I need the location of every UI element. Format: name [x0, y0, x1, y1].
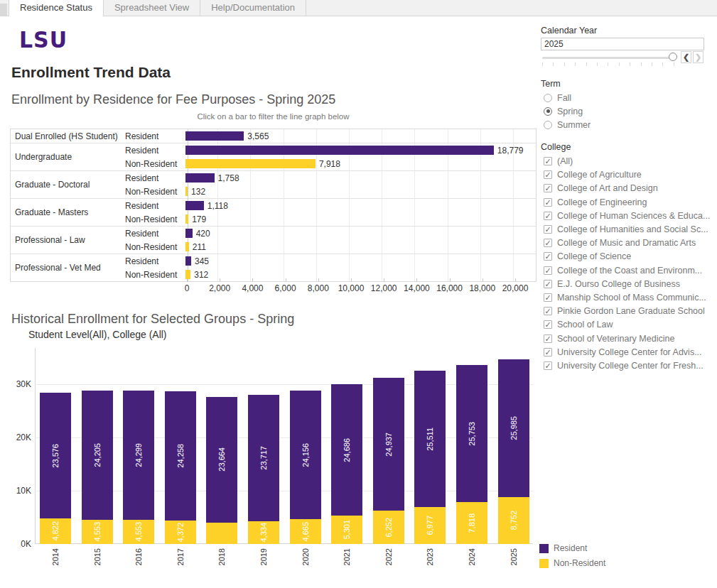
- bar-graduate-masters-non-resident[interactable]: [185, 214, 188, 224]
- checkbox-icon[interactable]: ✓: [544, 280, 552, 288]
- slider-next-button[interactable]: ❯: [693, 51, 703, 63]
- radio-icon[interactable]: [544, 107, 552, 116]
- bar-graduate-doctoral-resident[interactable]: [185, 173, 215, 183]
- bar-segment-non-resident-2018[interactable]: [206, 523, 237, 544]
- bar-segment-non-resident-2019[interactable]: 4,334: [248, 521, 279, 545]
- checkbox-icon[interactable]: ✓: [544, 184, 552, 192]
- bar-undergraduate-resident[interactable]: [185, 146, 494, 155]
- checkbox-icon[interactable]: ✓: [544, 157, 552, 165]
- slider-handle[interactable]: [669, 53, 677, 61]
- college-option-college-of-music-and-dramatic-arts[interactable]: ✓College of Music and Dramatic Arts: [544, 236, 696, 250]
- category-label: Professional - Vet Med: [11, 254, 124, 281]
- bar-value-label: 211: [193, 242, 206, 252]
- slider-track[interactable]: [542, 57, 674, 59]
- historical-chart-title: Historical Enrollment for Selected Group…: [11, 312, 294, 327]
- college-option-university-college-center-for-advis[interactable]: ✓University College Center for Advis...: [544, 345, 702, 359]
- term-option-summer[interactable]: Summer: [544, 118, 591, 131]
- bar-value-label: 420: [196, 229, 210, 239]
- bar-segment-resident-2015[interactable]: 24,205: [82, 391, 113, 520]
- checkbox-icon[interactable]: ✓: [544, 361, 552, 370]
- college-option-college-of-humanities-and-social-sc[interactable]: ✓College of Humanities and Social Sc...: [544, 223, 708, 236]
- bar-segment-resident-2024[interactable]: 25,753: [456, 365, 487, 502]
- checkbox-icon[interactable]: ✓: [544, 252, 552, 261]
- college-option-college-of-science[interactable]: ✓College of Science: [544, 250, 631, 263]
- college-option-manship-school-of-mass-communic[interactable]: ✓Manship School of Mass Communic...: [544, 291, 706, 305]
- bar-segment-non-resident-2022[interactable]: 6,252: [373, 511, 404, 544]
- level-label: Non-Resident: [124, 242, 185, 252]
- bar-segment-non-resident-2016[interactable]: 4,553: [123, 520, 154, 544]
- college-option-all[interactable]: ✓(All): [544, 155, 573, 168]
- college-option-label: College of Engineering: [557, 197, 647, 207]
- term-option-label: Spring: [557, 107, 583, 116]
- bar-segment-non-resident-2020[interactable]: 4,665: [290, 519, 321, 544]
- checkbox-icon[interactable]: ✓: [544, 348, 552, 356]
- checkbox-icon[interactable]: ✓: [544, 225, 552, 234]
- bar-segment-resident-2017[interactable]: 24,258: [165, 391, 196, 521]
- bar-professional-law-resident[interactable]: [185, 229, 193, 238]
- segment-value-label: 24,205: [93, 443, 102, 467]
- bar-segment-resident-2021[interactable]: 24,686: [331, 384, 362, 516]
- bar-undergraduate-non-resident[interactable]: [185, 159, 316, 168]
- calendar-year-input[interactable]: [541, 38, 704, 50]
- college-option-college-of-agriculture[interactable]: ✓College of Agriculture: [544, 168, 642, 182]
- college-option-school-of-veterinary-medicine[interactable]: ✓School of Veterinary Medicine: [544, 332, 674, 345]
- checkbox-icon[interactable]: ✓: [544, 307, 552, 315]
- college-option-college-of-the-coast-and-environm[interactable]: ✓College of the Coast and Environm...: [544, 263, 702, 277]
- bar-segment-non-resident-2023[interactable]: 6,977: [414, 507, 446, 544]
- bar-professional-vet-med-resident[interactable]: [185, 256, 191, 266]
- x-axis-tick-label: 20,000: [494, 283, 537, 293]
- college-option-college-of-human-sciences-educa[interactable]: ✓College of Human Sciences & Educa...: [544, 209, 710, 222]
- checkbox-icon[interactable]: ✓: [544, 266, 552, 275]
- bar-segment-resident-2020[interactable]: 24,156: [290, 391, 321, 519]
- y-axis-tick-label: 20K: [1, 432, 31, 442]
- radio-icon[interactable]: [544, 94, 552, 102]
- bar-graduate-doctoral-non-resident[interactable]: [185, 187, 188, 196]
- college-option-pinkie-gordon-lane-graduate-school[interactable]: ✓Pinkie Gordon Lane Graduate School: [544, 305, 705, 318]
- bar-dual-enrolled-hs-student-resident[interactable]: [185, 131, 244, 141]
- slider-prev-button[interactable]: ❮: [681, 51, 691, 63]
- checkbox-icon[interactable]: ✓: [544, 212, 552, 220]
- term-option-spring[interactable]: Spring: [544, 104, 583, 118]
- tab-residence-status[interactable]: Residence Status: [9, 0, 104, 16]
- college-option-college-of-engineering[interactable]: ✓College of Engineering: [544, 195, 647, 209]
- chart-row-group: UndergraduateResident18,779Non-Resident7…: [11, 143, 536, 170]
- bar-segment-resident-2023[interactable]: 25,511: [414, 371, 446, 506]
- checkbox-icon[interactable]: ✓: [544, 320, 552, 329]
- bar-track: 1,758: [185, 171, 536, 185]
- college-option-school-of-law[interactable]: ✓School of Law: [544, 318, 613, 332]
- checkbox-icon[interactable]: ✓: [544, 239, 552, 247]
- bar-segment-non-resident-2025[interactable]: 8,752: [498, 497, 529, 544]
- tab-help-documentation[interactable]: Help/Documentation: [200, 0, 306, 16]
- college-option-e-j-ourso-college-of-business[interactable]: ✓E.J. Ourso College of Business: [544, 277, 680, 290]
- bar-segment-resident-2019[interactable]: 23,717: [248, 395, 279, 521]
- college-option-college-of-art-and-design[interactable]: ✓College of Art and Design: [544, 182, 658, 195]
- bar-segment-non-resident-2024[interactable]: 7,818: [456, 502, 487, 544]
- checkbox-icon[interactable]: ✓: [544, 170, 552, 179]
- term-option-fall[interactable]: Fall: [544, 91, 571, 104]
- checkbox-icon[interactable]: ✓: [544, 334, 552, 343]
- bar-segment-non-resident-2021[interactable]: 5,301: [331, 516, 362, 544]
- radio-icon[interactable]: [544, 121, 552, 129]
- bar-segment-non-resident-2017[interactable]: 4,372: [165, 521, 196, 544]
- bar-segment-resident-2014[interactable]: 23,576: [40, 393, 71, 518]
- x-axis-tick: [318, 278, 319, 282]
- legend-item-non-resident[interactable]: Non-Resident: [539, 558, 605, 568]
- checkbox-icon[interactable]: ✓: [544, 198, 552, 207]
- bar-segment-resident-2025[interactable]: 25,985: [498, 359, 529, 498]
- bar-segment-resident-2022[interactable]: 24,937: [373, 378, 404, 511]
- x-axis-tick: [252, 278, 253, 282]
- bar-graduate-masters-resident[interactable]: [185, 201, 204, 210]
- bar-segment-resident-2016[interactable]: 24,299: [123, 391, 154, 520]
- checkbox-icon[interactable]: ✓: [544, 293, 552, 302]
- legend-item-resident[interactable]: Resident: [539, 543, 605, 553]
- bar-professional-law-non-resident[interactable]: [185, 242, 189, 251]
- college-option-university-college-center-for-fresh[interactable]: ✓University College Center for Fresh...: [544, 359, 703, 373]
- bar-segment-non-resident-2015[interactable]: 4,553: [82, 520, 113, 544]
- bar-segment-resident-2018[interactable]: 23,664: [206, 397, 237, 523]
- x-axis-tick: [515, 278, 516, 282]
- tab-spreadsheet-view[interactable]: Spreadsheet View: [104, 0, 200, 16]
- bar-segment-non-resident-2014[interactable]: 4,822: [40, 518, 71, 544]
- college-option-label: University College Center for Fresh...: [557, 361, 703, 371]
- x-axis-year-label: 2024: [456, 548, 487, 565]
- historical-chart-subtitle: Student Level(All), College (All): [28, 329, 167, 340]
